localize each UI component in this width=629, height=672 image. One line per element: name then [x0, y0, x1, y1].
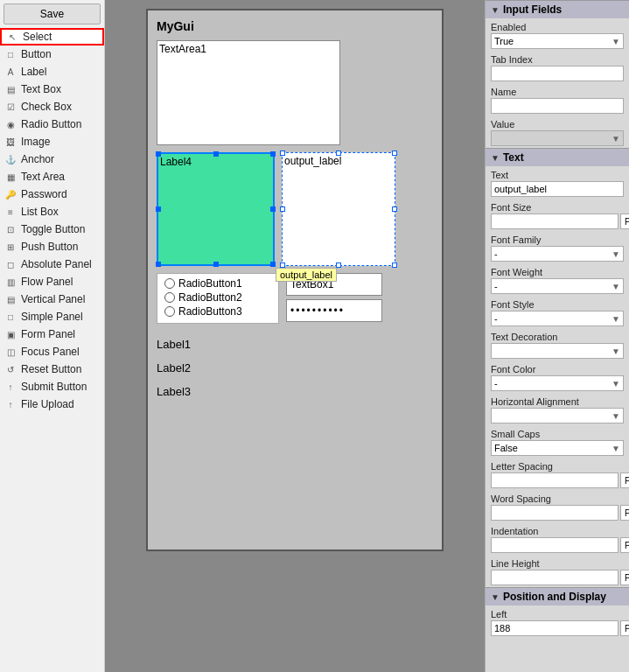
sidebar-item-focus-panel[interactable]: ◫ Focus Panel: [0, 343, 104, 360]
radio-label2: RadioButton2: [178, 291, 242, 304]
sidebar-item-label-label: Label: [21, 66, 46, 78]
left-input[interactable]: [491, 620, 619, 636]
enabled-label: Enabled: [491, 20, 624, 33]
anchor-icon: ⚓: [3, 152, 17, 166]
handle-bl: [156, 262, 161, 267]
h-align-arrow: ▼: [612, 411, 620, 421]
sidebar-item-label-file-upload: File Upload: [21, 398, 74, 410]
sidebar-item-vertical-panel[interactable]: ▤ Vertical Panel: [0, 290, 104, 308]
output-label-box[interactable]: output_label: [282, 152, 395, 266]
text-row: Text: [486, 166, 629, 199]
out-handle-tr: [392, 150, 397, 156]
font-size-input-group: PX: [491, 214, 624, 229]
radio-button2[interactable]: RadioButton2: [164, 291, 271, 304]
sidebar: Save ↖ Select □ Button A Label ▤ Text Bo…: [0, 0, 105, 672]
left-unit[interactable]: PX: [620, 620, 629, 636]
select-icon: ↖: [5, 30, 19, 44]
font-style-label: Font Style: [491, 298, 624, 311]
word-spacing-label: Word Spacing: [491, 492, 624, 505]
small-caps-select[interactable]: False ▼: [491, 440, 624, 456]
sidebar-item-push-button[interactable]: ⊞ Push Button: [0, 238, 104, 256]
value-select[interactable]: ▼: [491, 130, 624, 146]
button-icon: □: [3, 47, 17, 61]
tab-index-input[interactable]: [491, 66, 624, 81]
font-family-select[interactable]: - ▼: [491, 246, 624, 262]
textbox2-widget[interactable]: ••••••••••: [286, 299, 382, 322]
sidebar-item-list-box[interactable]: ≡ List Box: [0, 203, 104, 220]
sidebar-item-button[interactable]: □ Button: [0, 46, 104, 63]
letter-spacing-input[interactable]: [491, 472, 619, 488]
sidebar-item-anchor[interactable]: ⚓ Anchor: [0, 150, 104, 168]
sidebar-item-absolute-panel[interactable]: ◻ Absolute Panel: [0, 256, 104, 273]
h-align-label: Horizontal Alignment: [491, 395, 624, 408]
label1-widget: Label1: [157, 338, 433, 351]
handle-tr: [270, 151, 276, 157]
sidebar-item-image[interactable]: 🖼 Image: [0, 133, 104, 150]
sidebar-item-file-upload[interactable]: ↑ File Upload: [0, 396, 104, 413]
text-decoration-label: Text Decoration: [491, 330, 624, 343]
check-box-icon: ☑: [3, 100, 17, 114]
radio-button3[interactable]: RadioButton3: [164, 305, 271, 318]
enabled-arrow: ▼: [612, 37, 620, 46]
sidebar-item-reset-button[interactable]: ↺ Reset Button: [0, 360, 104, 378]
line-height-input[interactable]: [491, 570, 619, 585]
labels-section: Label1 Label2 Label3: [157, 338, 433, 398]
sidebar-item-submit-button[interactable]: ↑ Submit Button: [0, 378, 104, 396]
left-label: Left: [491, 607, 624, 620]
enabled-value: True: [494, 36, 514, 46]
sidebar-item-label-button: Button: [21, 48, 52, 60]
sidebar-item-label-password: Password: [21, 188, 67, 200]
font-style-arrow: ▼: [612, 314, 620, 324]
font-color-select[interactable]: - ▼: [491, 375, 624, 391]
sidebar-item-check-box[interactable]: ☑ Check Box: [0, 98, 104, 116]
sidebar-item-label[interactable]: A Label: [0, 63, 104, 80]
sidebar-item-text-area[interactable]: ▦ Text Area: [0, 168, 104, 186]
h-align-select[interactable]: ▼: [491, 408, 624, 424]
push-button-icon: ⊞: [3, 240, 17, 254]
font-family-value: -: [494, 248, 498, 259]
sidebar-item-form-panel[interactable]: ▣ Form Panel: [0, 326, 104, 343]
sidebar-item-password[interactable]: 🔑 Password: [0, 186, 104, 203]
canvas-container[interactable]: MyGui TextArea1 Label4 output_label: [146, 9, 444, 551]
line-height-unit[interactable]: PX: [620, 570, 629, 585]
sidebar-item-label-simple-panel: Simple Panel: [21, 311, 83, 323]
word-spacing-input[interactable]: [491, 505, 619, 521]
indentation-row: Indentation PX: [486, 522, 629, 555]
small-caps-value: False: [494, 443, 518, 453]
indentation-unit[interactable]: PX: [620, 537, 629, 553]
left-group: PX: [491, 620, 624, 636]
font-size-unit-select[interactable]: PX: [620, 214, 629, 229]
indentation-input[interactable]: [491, 537, 619, 553]
handle-bc: [213, 262, 219, 267]
sidebar-item-radio-button[interactable]: ◉ Radio Button: [0, 116, 104, 133]
textbox2-value: ••••••••••: [290, 304, 345, 317]
label-icon: A: [3, 65, 17, 79]
text-decoration-select[interactable]: ▼: [491, 343, 624, 359]
save-button[interactable]: Save: [3, 4, 101, 24]
word-spacing-unit[interactable]: PX: [620, 505, 629, 521]
textarea1-widget[interactable]: TextArea1: [157, 40, 340, 145]
enabled-select[interactable]: True ▼: [491, 33, 624, 49]
submit-button-icon: ↑: [3, 380, 17, 394]
flow-panel-icon: ▥: [3, 275, 17, 289]
font-style-select[interactable]: - ▼: [491, 311, 624, 326]
radio-label3: RadioButton3: [178, 305, 242, 318]
label4-box[interactable]: Label4: [157, 152, 275, 266]
sidebar-item-label-toggle-button: Toggle Button: [21, 223, 85, 235]
sidebar-item-text-box[interactable]: ▤ Text Box: [0, 80, 104, 98]
name-input[interactable]: [491, 98, 624, 114]
out-handle-ml: [280, 206, 285, 212]
sidebar-item-simple-panel[interactable]: □ Simple Panel: [0, 308, 104, 326]
vertical-panel-icon: ▤: [3, 292, 17, 306]
line-height-label: Line Height: [491, 556, 624, 570]
text-input[interactable]: [491, 181, 624, 197]
letter-spacing-unit[interactable]: PX: [620, 472, 629, 488]
sidebar-item-flow-panel[interactable]: ▥ Flow Panel: [0, 273, 104, 290]
sidebar-item-label-radio-button: Radio Button: [21, 118, 81, 130]
sidebar-item-toggle-button[interactable]: ⊡ Toggle Button: [0, 220, 104, 238]
font-size-input[interactable]: [491, 214, 619, 229]
font-weight-select[interactable]: - ▼: [491, 278, 624, 294]
radio-button1[interactable]: RadioButton1: [164, 277, 271, 290]
sidebar-item-label-submit-button: Submit Button: [21, 381, 87, 393]
sidebar-item-select[interactable]: ↖ Select: [0, 28, 104, 46]
